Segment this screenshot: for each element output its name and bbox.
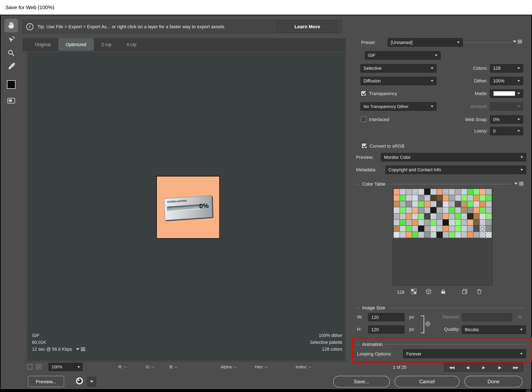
color-swatch[interactable] <box>424 195 430 201</box>
color-swatch[interactable] <box>394 225 400 232</box>
quality-select[interactable]: Bicubic <box>462 325 526 334</box>
preview-mode-select[interactable]: Monitor Color <box>381 153 526 162</box>
color-swatch[interactable] <box>486 207 492 214</box>
zoom-level-select[interactable]: 100% <box>48 363 82 371</box>
color-swatch[interactable] <box>443 201 449 207</box>
cancel-button[interactable]: Cancel <box>395 376 460 387</box>
color-swatch[interactable] <box>394 195 400 201</box>
color-swatch[interactable] <box>486 219 492 226</box>
color-swatch[interactable] <box>467 201 473 207</box>
color-swatch[interactable] <box>430 207 437 214</box>
color-swatch[interactable] <box>455 219 461 226</box>
color-swatch[interactable] <box>406 219 412 226</box>
color-swatch[interactable] <box>467 207 473 214</box>
zoom-tool[interactable] <box>4 47 18 61</box>
color-swatch[interactable] <box>412 207 418 214</box>
color-swatch[interactable] <box>443 189 449 195</box>
color-swatch[interactable] <box>455 207 461 214</box>
preset-panel-menu-icon[interactable] <box>513 40 522 43</box>
color-swatch[interactable] <box>437 195 443 201</box>
color-swatch[interactable] <box>455 195 461 201</box>
color-swatch[interactable] <box>437 225 443 232</box>
color-swatch[interactable] <box>412 232 418 238</box>
color-swatch[interactable] <box>394 213 400 219</box>
save-button[interactable]: Save... <box>333 376 390 387</box>
tab-4up[interactable]: 4-Up <box>119 38 144 51</box>
color-swatch[interactable] <box>455 232 461 238</box>
color-swatch[interactable] <box>400 201 406 207</box>
eyedropper-tool[interactable] <box>4 60 18 74</box>
new-color-icon[interactable] <box>462 289 468 296</box>
delete-color-icon[interactable] <box>476 289 482 296</box>
preview-in-browser-button[interactable]: Preview... <box>28 376 64 387</box>
color-swatch[interactable] <box>437 219 443 226</box>
color-swatch[interactable] <box>424 232 430 238</box>
lock-color-icon[interactable] <box>440 289 446 296</box>
color-swatch[interactable] <box>467 189 473 195</box>
window-titlebar[interactable]: Save for Web (100%) <box>0 0 532 15</box>
color-swatch[interactable] <box>486 195 492 201</box>
snap-to-web-icon[interactable] <box>411 289 417 296</box>
select-browser-button[interactable] <box>73 376 86 387</box>
last-frame-button[interactable]: ▶▶ <box>508 363 523 372</box>
color-swatch[interactable] <box>418 232 424 238</box>
interlaced-checkbox[interactable] <box>361 117 366 122</box>
color-swatch[interactable] <box>461 232 467 238</box>
constrain-link-icon[interactable] <box>425 321 431 328</box>
color-swatch[interactable] <box>461 195 467 201</box>
previous-frame-button[interactable]: ◀| <box>460 363 475 372</box>
color-swatch[interactable] <box>418 207 424 214</box>
convert-srgb-checkbox[interactable] <box>361 143 367 149</box>
color-swatch[interactable] <box>400 225 406 232</box>
lossy-select[interactable]: 0 <box>490 127 523 135</box>
color-swatch[interactable] <box>449 207 455 214</box>
color-swatch[interactable] <box>430 225 437 232</box>
color-swatch[interactable] <box>437 232 443 238</box>
color-swatch[interactable] <box>400 232 406 238</box>
done-button[interactable]: Done <box>465 376 522 387</box>
color-swatch[interactable] <box>461 225 467 232</box>
color-swatch[interactable] <box>430 232 437 238</box>
color-swatch[interactable] <box>406 189 412 195</box>
color-swatch[interactable] <box>437 189 443 195</box>
color-swatch[interactable] <box>424 189 430 195</box>
color-swatch[interactable] <box>486 213 492 219</box>
learn-more-button[interactable]: Learn More <box>277 21 337 32</box>
preview-toggle-1[interactable] <box>27 364 32 369</box>
color-swatch[interactable] <box>412 219 418 226</box>
transparency-dither-select[interactable]: No Transparency Dither <box>361 102 437 111</box>
color-swatch[interactable] <box>486 201 492 207</box>
color-swatch[interactable] <box>418 213 424 219</box>
color-swatch[interactable] <box>394 232 400 238</box>
color-swatch[interactable] <box>443 195 449 201</box>
color-swatch[interactable] <box>418 225 424 232</box>
color-swatch[interactable] <box>467 219 473 226</box>
format-select[interactable]: GIF <box>365 51 441 60</box>
tab-optimized[interactable]: Optimized <box>58 38 94 51</box>
color-swatch[interactable] <box>400 207 406 214</box>
color-swatch[interactable] <box>406 195 412 201</box>
color-swatch[interactable] <box>480 201 486 207</box>
color-swatch[interactable] <box>443 207 449 214</box>
color-swatch[interactable] <box>473 232 480 238</box>
color-swatch[interactable] <box>412 189 418 195</box>
color-swatch[interactable] <box>424 213 430 219</box>
color-swatch[interactable] <box>406 207 412 214</box>
color-swatch[interactable] <box>437 207 443 214</box>
next-frame-button[interactable]: |▶ <box>492 363 507 372</box>
color-swatch[interactable] <box>400 195 406 201</box>
color-swatch[interactable] <box>480 189 486 195</box>
color-swatch[interactable] <box>449 195 455 201</box>
color-swatch[interactable] <box>449 201 455 207</box>
preset-select[interactable]: [Unnamed] <box>388 38 463 47</box>
color-swatch[interactable] <box>394 189 400 195</box>
color-swatch[interactable] <box>412 195 418 201</box>
color-swatch[interactable] <box>418 201 424 207</box>
color-swatch[interactable] <box>437 213 443 219</box>
color-reduction-select[interactable]: Selective <box>361 64 437 73</box>
colors-select[interactable]: 128 <box>490 64 523 73</box>
metadata-select[interactable]: Copyright and Contact Info <box>385 166 526 174</box>
color-swatch[interactable] <box>443 213 449 219</box>
tab-2up[interactable]: 2-Up <box>94 38 119 51</box>
color-table-menu-icon[interactable] <box>514 182 523 185</box>
